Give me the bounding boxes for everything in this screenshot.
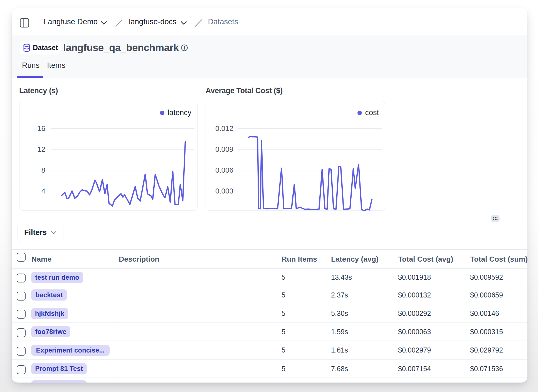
svg-text:12: 12 — [37, 145, 45, 153]
svg-text:0.006: 0.006 — [215, 166, 233, 174]
svg-text:0.012: 0.012 — [215, 124, 233, 133]
svg-text:8: 8 — [41, 166, 45, 174]
svg-text:16: 16 — [37, 124, 45, 133]
svg-text:0.009: 0.009 — [215, 145, 233, 153]
svg-text:4: 4 — [41, 187, 45, 195]
svg-text:0.003: 0.003 — [215, 187, 233, 195]
